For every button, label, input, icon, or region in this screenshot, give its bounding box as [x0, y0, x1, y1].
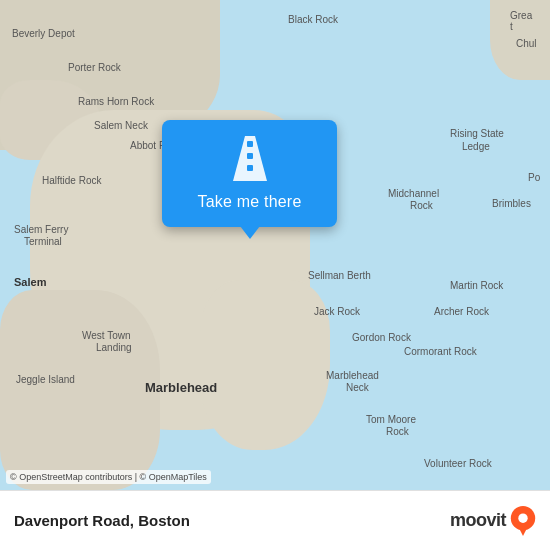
svg-rect-1 [247, 141, 253, 147]
take-me-there-button[interactable]: Take me there [190, 189, 310, 215]
svg-point-5 [518, 513, 527, 522]
bottom-bar: Davenport Road, Boston moovit [0, 490, 550, 550]
land-left [0, 290, 160, 490]
moovit-pin-icon [510, 506, 536, 536]
navigation-card[interactable]: Take me there [162, 120, 337, 227]
svg-rect-3 [247, 165, 253, 171]
road-icon [225, 136, 275, 181]
land-neck [200, 280, 330, 450]
moovit-logo: moovit [450, 506, 536, 536]
map-view[interactable]: Beverly Depot Porter Rock Black Rock Gre… [0, 0, 550, 490]
svg-marker-6 [518, 526, 527, 535]
location-info: Davenport Road, Boston [14, 512, 190, 529]
moovit-text: moovit [450, 510, 506, 531]
map-attribution: © OpenStreetMap contributors | © OpenMap… [6, 470, 211, 484]
svg-rect-2 [247, 153, 253, 159]
land-top-right [490, 0, 550, 80]
location-name: Davenport Road, Boston [14, 512, 190, 529]
